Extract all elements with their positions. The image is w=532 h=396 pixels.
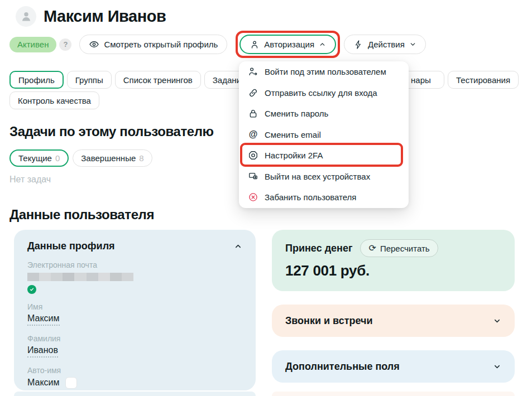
first-name-label: Имя <box>27 302 242 311</box>
first-name-field[interactable]: Максим <box>27 313 60 326</box>
menu-label: Настройки 2FA <box>265 151 323 160</box>
email-redacted-value <box>27 273 133 281</box>
user-arrow-icon <box>248 66 258 77</box>
menu-item-change-password[interactable]: Сменить пароль <box>239 103 409 124</box>
chevron-up-icon <box>319 41 326 48</box>
gear-icon <box>248 150 258 161</box>
tab-trainings-list[interactable]: Список тренингов <box>115 71 201 89</box>
extra-fields-card[interactable]: Дополнительные поля <box>272 350 515 383</box>
recalculate-button[interactable]: ⟳ Пересчитать <box>360 239 438 257</box>
tasks-heading: Задачи по этому пользователю <box>9 124 250 139</box>
calls-meetings-title: Звонки и встречи <box>285 315 373 327</box>
authorization-dropdown-menu: Войти под этим пользователем Отправить с… <box>239 61 409 208</box>
view-public-profile-button[interactable]: Смотреть открытый профиль <box>79 35 227 54</box>
menu-item-logout-all-devices[interactable]: Выйти на всех устройствах <box>239 166 409 187</box>
profile-card-title: Данные профиля <box>27 240 115 252</box>
eye-icon <box>89 39 99 50</box>
profile-data-card: Данные профиля Электронная почта Имя Мак… <box>14 230 256 390</box>
email-verified-icon <box>27 285 36 294</box>
menu-label: Отправить ссылку для входа <box>265 88 377 98</box>
last-name-field[interactable]: Иванов <box>27 345 58 358</box>
recalculate-label: Пересчитать <box>380 244 430 253</box>
menu-label: Войти под этим пользователем <box>265 67 386 76</box>
collapse-up-icon[interactable] <box>234 242 242 250</box>
view-public-profile-label: Смотреть открытый профиль <box>104 40 218 49</box>
help-icon[interactable]: ? <box>59 38 71 51</box>
chevron-down-icon <box>493 317 501 325</box>
chevron-down-icon <box>409 41 416 48</box>
money-amount: 127 001 руб. <box>285 262 501 279</box>
tab-current-tasks[interactable]: Текущие 0 <box>9 149 69 167</box>
link-icon <box>248 88 258 98</box>
last-name-label: Фамилия <box>27 334 242 343</box>
authorization-label: Авторизация <box>264 40 314 49</box>
lock-icon <box>248 108 258 119</box>
extra-fields-title: Дополнительные поля <box>285 361 400 373</box>
page-title: Максим Иванов <box>44 7 166 26</box>
lightning-icon <box>353 40 363 50</box>
completed-tasks-count: 8 <box>139 153 143 163</box>
completed-tasks-label: Завершенные <box>81 153 136 163</box>
menu-item-2fa-settings[interactable]: Настройки 2FA <box>239 145 409 166</box>
refresh-icon: ⟳ <box>368 244 376 253</box>
menu-item-send-login-link[interactable]: Отправить ссылку для входа <box>239 83 409 104</box>
tab-testing[interactable]: Тестирования <box>448 71 519 89</box>
money-card-title: Принес денег <box>285 243 352 254</box>
person-icon <box>250 40 260 50</box>
tab-profile[interactable]: Профиль <box>9 71 64 89</box>
tab-quality-control[interactable]: Контроль качества <box>9 91 99 109</box>
menu-label: Забанить пользователя <box>265 192 357 202</box>
user-silhouette-icon <box>20 9 33 23</box>
auto-name-checkbox[interactable] <box>65 377 77 389</box>
user-profile-page: Максим Иванов Активен ? Смотреть открыты… <box>0 6 532 396</box>
menu-item-ban-user[interactable]: Забанить пользователя <box>239 187 409 208</box>
next-card-edge <box>14 392 256 396</box>
user-data-heading: Данные пользователя <box>9 207 532 223</box>
status-badge: Активен <box>9 37 56 52</box>
at-icon: @ <box>248 129 258 139</box>
menu-label: Сменить email <box>265 130 321 139</box>
actions-label: Действия <box>368 40 405 49</box>
next-card-edge-right <box>272 392 515 396</box>
devices-icon <box>248 171 258 182</box>
menu-label: Выйти на всех устройствах <box>265 172 370 181</box>
header: Максим Иванов <box>16 6 532 27</box>
authorization-highlight-box: Авторизация <box>236 31 340 58</box>
current-tasks-count: 0 <box>55 153 60 163</box>
menu-item-change-email[interactable]: @ Сменить email <box>239 124 409 146</box>
money-card: Принес денег ⟳ Пересчитать 127 001 руб. <box>272 230 515 291</box>
ban-icon <box>248 192 258 202</box>
auto-name-label: Авто-имя <box>27 366 242 375</box>
chevron-down-icon <box>493 363 501 371</box>
current-tasks-label: Текущие <box>18 153 52 163</box>
tab-completed-tasks[interactable]: Завершенные 8 <box>73 149 152 167</box>
auto-name-value: Максим <box>27 378 60 389</box>
avatar <box>16 6 36 27</box>
actions-button[interactable]: Действия <box>344 35 426 54</box>
tab-groups[interactable]: Группы <box>67 71 112 89</box>
menu-item-login-as-user[interactable]: Войти под этим пользователем <box>239 61 409 83</box>
authorization-button[interactable]: Авторизация <box>239 35 336 54</box>
calls-meetings-card[interactable]: Звонки и встречи <box>272 305 515 337</box>
menu-label: Сменить пароль <box>265 109 328 118</box>
email-label: Электронная почта <box>27 260 242 269</box>
